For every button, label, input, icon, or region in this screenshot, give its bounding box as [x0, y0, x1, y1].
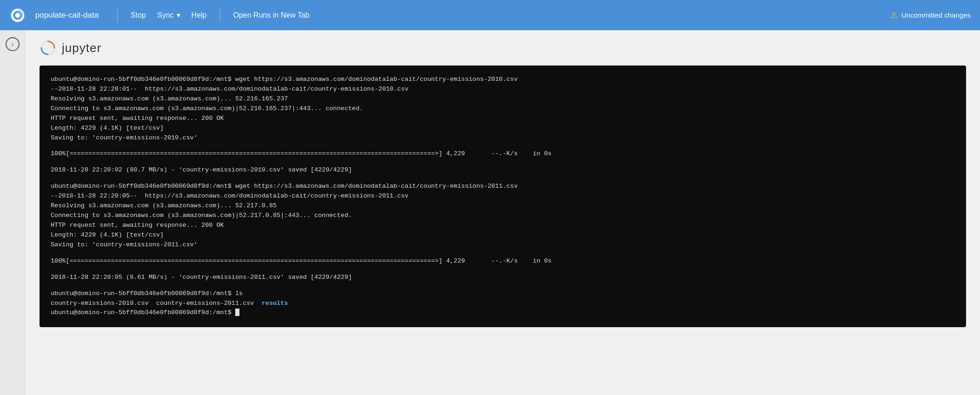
jupyter-header: jupyter — [40, 40, 966, 56]
terminal-line: ubuntu@domino-run-5bff0db346e0fb00069d8f… — [51, 308, 955, 318]
sync-label: Sync — [157, 11, 174, 20]
terminal-line: 2018-11-28 22:20:02 (80.7 MB/s) - 'count… — [51, 165, 955, 175]
terminal-container: ubuntu@domino-run-5bff0db346e0fb00069d8f… — [40, 66, 966, 327]
sync-button[interactable]: Sync ▾ — [152, 7, 186, 23]
terminal-line: HTTP request sent, awaiting response... … — [51, 221, 955, 230]
terminal-line: Saving to: 'country-emissions-2010.csv' — [51, 133, 955, 143]
sidebar-toggle[interactable]: › — [6, 37, 20, 51]
stop-button[interactable]: Stop — [125, 7, 152, 23]
terminal-line: --2018-11-28 22:20:05-- https://s3.amazo… — [51, 191, 955, 201]
terminal-blank-line — [51, 250, 955, 257]
terminal-output: ubuntu@domino-run-5bff0db346e0fb00069d8f… — [51, 75, 955, 318]
navbar-divider-1 — [117, 8, 118, 22]
terminal-cursor — [235, 309, 239, 316]
terminal-line: 100%[===================================… — [51, 257, 955, 266]
terminal-blank-line — [51, 143, 955, 149]
terminal-line: country-emissions-2010.csv country-emiss… — [51, 299, 955, 309]
terminal-line: ubuntu@domino-run-5bff0db346e0fb00069d8f… — [51, 75, 955, 85]
chevron-right-icon: › — [12, 40, 14, 48]
terminal-line: Connecting to s3.amazonaws.com (s3.amazo… — [51, 211, 955, 221]
terminal-line: Length: 4229 (4.1K) [text/csv] — [51, 230, 955, 240]
terminal-line: HTTP request sent, awaiting response... … — [51, 114, 955, 124]
terminal-line: Resolving s3.amazonaws.com (s3.amazonaws… — [51, 94, 955, 104]
help-button[interactable]: Help — [186, 7, 212, 23]
results-highlight: results — [262, 300, 288, 307]
terminal-line: ubuntu@domino-run-5bff0db346e0fb00069d8f… — [51, 182, 955, 191]
terminal-line: --2018-11-28 22:20:01-- https://s3.amazo… — [51, 85, 955, 94]
navbar-divider-2 — [220, 8, 220, 22]
chevron-down-icon: ▾ — [177, 11, 180, 20]
jupyter-spinner — [40, 40, 56, 56]
project-name: populate-cait-data — [35, 11, 99, 20]
terminal-line: Length: 4229 (4.1K) [text/csv] — [51, 124, 955, 133]
warning-icon: ⚠ — [890, 10, 898, 20]
terminal-line: Saving to: 'country-emissions-2011.csv' — [51, 240, 955, 250]
layout: › jupyter ubuntu@domino-run-5bff0db346e0… — [0, 30, 980, 395]
terminal-line: Resolving s3.amazonaws.com (s3.amazonaws… — [51, 201, 955, 211]
navbar: populate-cait-data Stop Sync ▾ Help Open… — [0, 0, 980, 30]
main-content: jupyter ubuntu@domino-run-5bff0db346e0fb… — [26, 30, 980, 395]
terminal-blank-line — [51, 159, 955, 165]
terminal-blank-line — [51, 283, 955, 289]
sidebar: › — [0, 30, 26, 395]
terminal-line: ubuntu@domino-run-5bff0db346e0fb00069d8f… — [51, 289, 955, 299]
terminal-line: Connecting to s3.amazonaws.com (s3.amazo… — [51, 104, 955, 114]
terminal-line: 2018-11-28 22:20:05 (8.61 MB/s) - 'count… — [51, 273, 955, 283]
jupyter-title: jupyter — [62, 41, 101, 55]
uncommitted-label: Uncommitted changes — [901, 11, 971, 19]
open-runs-button[interactable]: Open Runs in New Tab — [228, 7, 315, 23]
svg-point-1 — [15, 13, 20, 18]
domino-logo — [9, 7, 26, 24]
terminal-line: 100%[===================================… — [51, 149, 955, 159]
terminal-blank-line — [51, 266, 955, 273]
uncommitted-changes[interactable]: ⚠ Uncommitted changes — [890, 10, 971, 20]
terminal-blank-line — [51, 175, 955, 182]
